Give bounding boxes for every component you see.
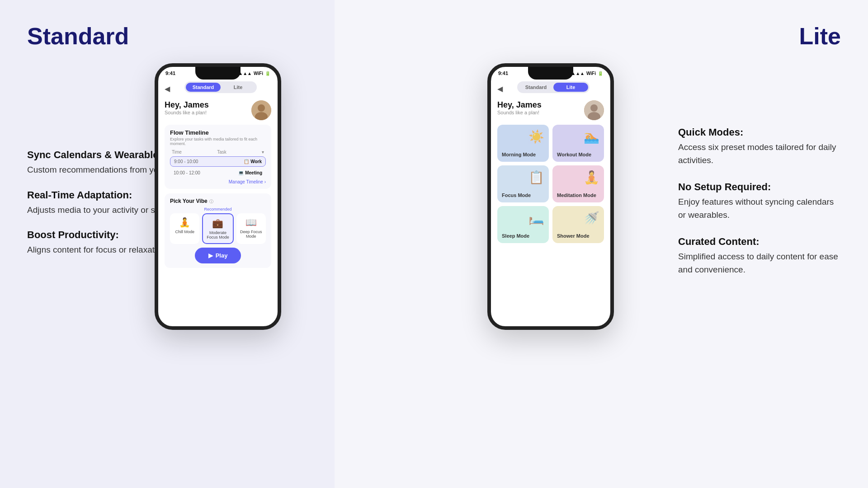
lite-avatar [584, 100, 604, 120]
morning-mode-label: Morning Mode [502, 152, 544, 157]
feature-curated: Curated Content: Simplified access to da… [678, 236, 841, 276]
deep-label: Deep Focus Mode [239, 230, 263, 239]
shower-mode-icon: 🚿 [557, 211, 599, 225]
standard-toggle-btn[interactable]: Standard [186, 83, 221, 92]
phone-header: Hey, James Sounds like a plan! [165, 100, 271, 120]
flow-timeline-section: Flow Timeline Explore your tasks with me… [165, 125, 271, 189]
lite-phone: 9:41 ▲▲▲ WiFi 🔋 ◀ Standard Lite [487, 63, 614, 330]
avatar [251, 100, 271, 120]
play-label: Play [216, 252, 228, 259]
lite-greeting-subtitle: Sounds like a plan! [497, 110, 542, 115]
vibe-deep[interactable]: 📖 Deep Focus Mode [236, 213, 266, 244]
svg-point-1 [258, 104, 265, 112]
moderate-icon: 💼 [212, 218, 223, 229]
play-icon: ▶ [208, 252, 213, 259]
flow-row-1[interactable]: 9:00 - 10:00 📋 Work [170, 156, 266, 167]
lite-lite-toggle-btn[interactable]: Lite [553, 83, 588, 92]
time-display: 9:41 [165, 70, 175, 76]
feature-quick-modes-body: Access six preset modes tailored for dai… [678, 141, 841, 167]
lite-phone-header: Hey, James Sounds like a plan! [497, 100, 604, 120]
shower-mode-label: Shower Mode [557, 233, 599, 239]
flow-subtitle: Explore your tasks with media tailored t… [170, 137, 266, 146]
workout-mode-icon: 🏊 [557, 129, 599, 144]
chill-icon: 🧘 [179, 217, 190, 228]
sleep-mode-icon: 🛏️ [502, 211, 544, 225]
focus-mode-card[interactable]: 📋 Focus Mode [497, 165, 549, 202]
lite-greeting-section: Hey, James Sounds like a plan! [497, 100, 542, 115]
row1-time: 9:00 - 10:00 [174, 159, 198, 164]
lite-back-icon[interactable]: ◀ [497, 84, 503, 93]
deep-icon: 📖 [245, 217, 257, 228]
flow-title: Flow Timeline [170, 129, 266, 136]
greeting-subtitle: Sounds like a plan! [165, 110, 209, 115]
toggle-bar: Standard Lite [184, 81, 257, 93]
lite-status-icons: ▲▲▲ WiFi 🔋 [571, 71, 603, 76]
greeting-text: Hey, James [165, 100, 209, 110]
back-icon[interactable]: ◀ [165, 84, 170, 93]
feature-curated-body: Simplified access to daily content for e… [678, 250, 841, 276]
feature-quick-modes: Quick Modes: Access six preset modes tai… [678, 127, 841, 167]
lite-phone-notch [528, 67, 573, 80]
pick-vibe-title: Pick Your Vibe [170, 198, 208, 204]
lite-toggle-btn[interactable]: Lite [221, 83, 255, 92]
phone-content: ◀ Standard Lite Hey, James Sounds like a… [158, 78, 278, 319]
sleep-mode-card[interactable]: 🛏️ Sleep Mode [497, 206, 549, 243]
chill-label: Chill Mode [175, 230, 194, 234]
right-panel: Lite 9:41 ▲▲▲ WiFi 🔋 ◀ Standard Lite [335, 0, 868, 488]
sleep-mode-label: Sleep Mode [502, 233, 544, 239]
vibe-options: 🧘 Chill Mode 💼 Moderate Focus Mode 📖 Dee… [170, 213, 266, 244]
lite-features: Quick Modes: Access six preset modes tai… [678, 127, 841, 276]
lite-standard-toggle-btn[interactable]: Standard [519, 83, 553, 92]
feature-no-setup: No Setup Required: Enjoy features withou… [678, 181, 841, 221]
feature-quick-modes-heading: Quick Modes: [678, 127, 841, 138]
meditation-mode-card[interactable]: 🧘 Meditation Mode [552, 165, 604, 202]
row2-time: 10:00 - 12:00 [174, 170, 200, 175]
col-expand: ▾ [262, 150, 264, 155]
wifi-icon: WiFi [254, 71, 263, 76]
meditation-mode-label: Meditation Mode [557, 192, 599, 198]
standard-phone-wrapper: 9:41 ▲▲▲ WiFi 🔋 ◀ Standard Lite [155, 63, 281, 330]
meditation-mode-icon: 🧘 [557, 170, 599, 185]
row2-task: 💻 Meeting [238, 170, 262, 175]
greeting-section: Hey, James Sounds like a plan! [165, 100, 209, 115]
standard-title: Standard [27, 23, 312, 50]
left-panel: Standard Sync Calendars & Wearables: Cus… [0, 0, 335, 488]
lite-title: Lite [799, 23, 841, 50]
manage-link[interactable]: Manage Timeline › [170, 179, 266, 184]
flow-table-header: Time Task ▾ [170, 150, 266, 155]
row1-task: 📋 Work [244, 159, 262, 164]
workout-mode-card[interactable]: 🏊 Workout Mode [552, 125, 604, 162]
lite-time-display: 9:41 [498, 70, 508, 76]
moderate-label: Moderate Focus Mode [206, 230, 230, 239]
focus-mode-icon: 📋 [502, 170, 544, 185]
standard-phone: 9:41 ▲▲▲ WiFi 🔋 ◀ Standard Lite [155, 63, 281, 330]
battery-icon: 🔋 [265, 71, 270, 76]
lite-battery-icon: 🔋 [598, 71, 603, 76]
feature-curated-heading: Curated Content: [678, 236, 841, 248]
status-icons: ▲▲▲ WiFi 🔋 [238, 71, 270, 76]
lite-toggle-bar: Standard Lite [517, 81, 590, 93]
vibe-moderate[interactable]: 💼 Moderate Focus Mode [202, 213, 233, 244]
lite-phone-wrapper: 9:41 ▲▲▲ WiFi 🔋 ◀ Standard Lite [487, 63, 614, 330]
feature-no-setup-body: Enjoy features without syncing calendars… [678, 196, 841, 221]
phone-notch [195, 67, 241, 80]
shower-mode-card[interactable]: 🚿 Shower Mode [552, 206, 604, 243]
vibe-chill[interactable]: 🧘 Chill Mode [170, 213, 199, 244]
col-time: Time [172, 150, 182, 155]
lite-wifi-icon: WiFi [586, 71, 596, 76]
feature-no-setup-heading: No Setup Required: [678, 181, 841, 193]
recommended-label: Recommended [170, 207, 266, 211]
lite-phone-content: ◀ Standard Lite Hey, James Sounds like a… [491, 78, 610, 319]
svg-point-4 [590, 104, 598, 112]
info-icon: ⓘ [209, 199, 213, 205]
lite-greeting-text: Hey, James [497, 100, 542, 110]
morning-mode-icon: ☀️ [502, 129, 544, 144]
focus-mode-label: Focus Mode [502, 192, 544, 198]
col-task: Task [217, 150, 226, 155]
flow-row-2[interactable]: 10:00 - 12:00 💻 Meeting [170, 168, 266, 178]
play-button[interactable]: ▶ Play [195, 248, 241, 263]
workout-mode-label: Workout Mode [557, 152, 599, 157]
pick-vibe-section: Pick Your Vibe ⓘ Recommended 🧘 Chill Mod… [165, 193, 271, 268]
modes-grid: ☀️ Morning Mode 🏊 Workout Mode 📋 Focus M… [497, 125, 604, 243]
morning-mode-card[interactable]: ☀️ Morning Mode [497, 125, 549, 162]
